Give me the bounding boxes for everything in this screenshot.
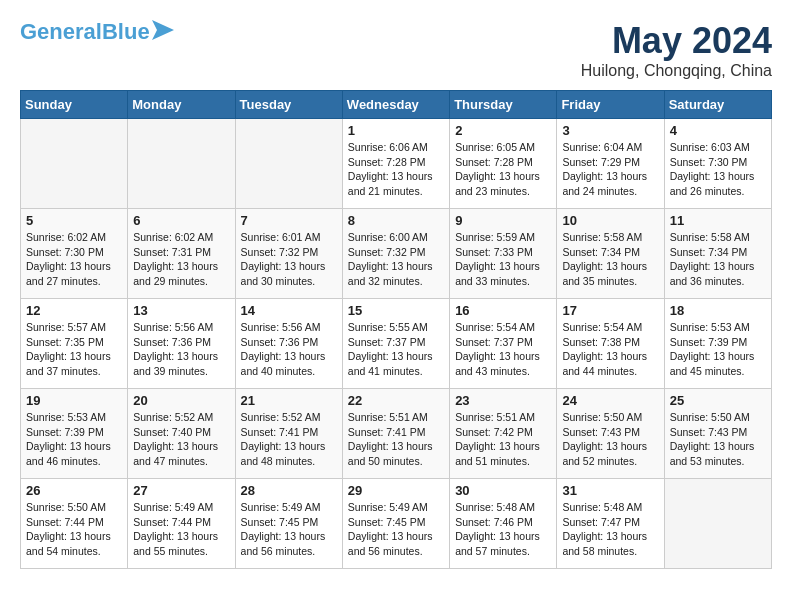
day-number: 22 <box>348 393 444 408</box>
calendar-body: 1Sunrise: 6:06 AM Sunset: 7:28 PM Daylig… <box>21 119 772 569</box>
day-info: Sunrise: 5:54 AM Sunset: 7:38 PM Dayligh… <box>562 320 658 379</box>
calendar-cell <box>664 479 771 569</box>
day-info: Sunrise: 5:58 AM Sunset: 7:34 PM Dayligh… <box>562 230 658 289</box>
calendar-cell: 27Sunrise: 5:49 AM Sunset: 7:44 PM Dayli… <box>128 479 235 569</box>
day-header-thursday: Thursday <box>450 91 557 119</box>
calendar-cell <box>21 119 128 209</box>
calendar-cell: 26Sunrise: 5:50 AM Sunset: 7:44 PM Dayli… <box>21 479 128 569</box>
day-number: 17 <box>562 303 658 318</box>
day-number: 12 <box>26 303 122 318</box>
calendar-cell: 21Sunrise: 5:52 AM Sunset: 7:41 PM Dayli… <box>235 389 342 479</box>
day-number: 26 <box>26 483 122 498</box>
day-number: 29 <box>348 483 444 498</box>
day-number: 25 <box>670 393 766 408</box>
calendar-cell: 17Sunrise: 5:54 AM Sunset: 7:38 PM Dayli… <box>557 299 664 389</box>
week-row-5: 26Sunrise: 5:50 AM Sunset: 7:44 PM Dayli… <box>21 479 772 569</box>
calendar-cell <box>235 119 342 209</box>
calendar-cell: 23Sunrise: 5:51 AM Sunset: 7:42 PM Dayli… <box>450 389 557 479</box>
calendar-cell: 8Sunrise: 6:00 AM Sunset: 7:32 PM Daylig… <box>342 209 449 299</box>
day-info: Sunrise: 5:52 AM Sunset: 7:41 PM Dayligh… <box>241 410 337 469</box>
day-info: Sunrise: 6:05 AM Sunset: 7:28 PM Dayligh… <box>455 140 551 199</box>
svg-marker-0 <box>152 20 174 40</box>
calendar-cell: 4Sunrise: 6:03 AM Sunset: 7:30 PM Daylig… <box>664 119 771 209</box>
day-info: Sunrise: 5:55 AM Sunset: 7:37 PM Dayligh… <box>348 320 444 379</box>
day-info: Sunrise: 6:00 AM Sunset: 7:32 PM Dayligh… <box>348 230 444 289</box>
calendar-cell: 30Sunrise: 5:48 AM Sunset: 7:46 PM Dayli… <box>450 479 557 569</box>
week-row-3: 12Sunrise: 5:57 AM Sunset: 7:35 PM Dayli… <box>21 299 772 389</box>
day-info: Sunrise: 6:04 AM Sunset: 7:29 PM Dayligh… <box>562 140 658 199</box>
day-info: Sunrise: 5:50 AM Sunset: 7:43 PM Dayligh… <box>562 410 658 469</box>
calendar-cell: 16Sunrise: 5:54 AM Sunset: 7:37 PM Dayli… <box>450 299 557 389</box>
day-info: Sunrise: 5:51 AM Sunset: 7:42 PM Dayligh… <box>455 410 551 469</box>
day-info: Sunrise: 5:57 AM Sunset: 7:35 PM Dayligh… <box>26 320 122 379</box>
day-info: Sunrise: 5:53 AM Sunset: 7:39 PM Dayligh… <box>26 410 122 469</box>
day-header-monday: Monday <box>128 91 235 119</box>
day-info: Sunrise: 5:58 AM Sunset: 7:34 PM Dayligh… <box>670 230 766 289</box>
week-row-1: 1Sunrise: 6:06 AM Sunset: 7:28 PM Daylig… <box>21 119 772 209</box>
calendar-cell: 11Sunrise: 5:58 AM Sunset: 7:34 PM Dayli… <box>664 209 771 299</box>
calendar-cell: 10Sunrise: 5:58 AM Sunset: 7:34 PM Dayli… <box>557 209 664 299</box>
logo-text: GeneralBlue <box>20 20 150 44</box>
day-info: Sunrise: 5:53 AM Sunset: 7:39 PM Dayligh… <box>670 320 766 379</box>
day-number: 27 <box>133 483 229 498</box>
day-number: 21 <box>241 393 337 408</box>
day-info: Sunrise: 5:49 AM Sunset: 7:45 PM Dayligh… <box>348 500 444 559</box>
calendar-cell: 28Sunrise: 5:49 AM Sunset: 7:45 PM Dayli… <box>235 479 342 569</box>
day-number: 11 <box>670 213 766 228</box>
calendar-cell: 24Sunrise: 5:50 AM Sunset: 7:43 PM Dayli… <box>557 389 664 479</box>
day-info: Sunrise: 5:49 AM Sunset: 7:45 PM Dayligh… <box>241 500 337 559</box>
week-row-4: 19Sunrise: 5:53 AM Sunset: 7:39 PM Dayli… <box>21 389 772 479</box>
day-info: Sunrise: 5:54 AM Sunset: 7:37 PM Dayligh… <box>455 320 551 379</box>
day-info: Sunrise: 5:56 AM Sunset: 7:36 PM Dayligh… <box>241 320 337 379</box>
day-number: 4 <box>670 123 766 138</box>
calendar-cell: 5Sunrise: 6:02 AM Sunset: 7:30 PM Daylig… <box>21 209 128 299</box>
calendar-cell: 12Sunrise: 5:57 AM Sunset: 7:35 PM Dayli… <box>21 299 128 389</box>
day-info: Sunrise: 5:59 AM Sunset: 7:33 PM Dayligh… <box>455 230 551 289</box>
calendar-header: SundayMondayTuesdayWednesdayThursdayFrid… <box>21 91 772 119</box>
day-info: Sunrise: 5:56 AM Sunset: 7:36 PM Dayligh… <box>133 320 229 379</box>
calendar-cell: 18Sunrise: 5:53 AM Sunset: 7:39 PM Dayli… <box>664 299 771 389</box>
day-number: 7 <box>241 213 337 228</box>
day-info: Sunrise: 6:02 AM Sunset: 7:30 PM Dayligh… <box>26 230 122 289</box>
day-number: 31 <box>562 483 658 498</box>
location: Huilong, Chongqing, China <box>581 62 772 80</box>
calendar-cell: 31Sunrise: 5:48 AM Sunset: 7:47 PM Dayli… <box>557 479 664 569</box>
day-header-wednesday: Wednesday <box>342 91 449 119</box>
day-number: 9 <box>455 213 551 228</box>
day-number: 24 <box>562 393 658 408</box>
page-header: GeneralBlue May 2024 Huilong, Chongqing,… <box>20 20 772 80</box>
day-number: 30 <box>455 483 551 498</box>
calendar-cell: 29Sunrise: 5:49 AM Sunset: 7:45 PM Dayli… <box>342 479 449 569</box>
calendar-cell: 15Sunrise: 5:55 AM Sunset: 7:37 PM Dayli… <box>342 299 449 389</box>
day-number: 3 <box>562 123 658 138</box>
calendar-cell: 22Sunrise: 5:51 AM Sunset: 7:41 PM Dayli… <box>342 389 449 479</box>
day-number: 10 <box>562 213 658 228</box>
calendar-cell: 13Sunrise: 5:56 AM Sunset: 7:36 PM Dayli… <box>128 299 235 389</box>
logo: GeneralBlue <box>20 20 174 44</box>
day-header-saturday: Saturday <box>664 91 771 119</box>
day-info: Sunrise: 6:06 AM Sunset: 7:28 PM Dayligh… <box>348 140 444 199</box>
day-info: Sunrise: 6:03 AM Sunset: 7:30 PM Dayligh… <box>670 140 766 199</box>
day-info: Sunrise: 5:50 AM Sunset: 7:44 PM Dayligh… <box>26 500 122 559</box>
day-info: Sunrise: 5:51 AM Sunset: 7:41 PM Dayligh… <box>348 410 444 469</box>
day-info: Sunrise: 5:48 AM Sunset: 7:46 PM Dayligh… <box>455 500 551 559</box>
day-number: 14 <box>241 303 337 318</box>
calendar-cell: 19Sunrise: 5:53 AM Sunset: 7:39 PM Dayli… <box>21 389 128 479</box>
calendar-cell <box>128 119 235 209</box>
calendar-table: SundayMondayTuesdayWednesdayThursdayFrid… <box>20 90 772 569</box>
day-info: Sunrise: 6:02 AM Sunset: 7:31 PM Dayligh… <box>133 230 229 289</box>
week-row-2: 5Sunrise: 6:02 AM Sunset: 7:30 PM Daylig… <box>21 209 772 299</box>
day-number: 13 <box>133 303 229 318</box>
day-number: 16 <box>455 303 551 318</box>
day-info: Sunrise: 5:52 AM Sunset: 7:40 PM Dayligh… <box>133 410 229 469</box>
day-number: 5 <box>26 213 122 228</box>
day-number: 6 <box>133 213 229 228</box>
calendar-cell: 7Sunrise: 6:01 AM Sunset: 7:32 PM Daylig… <box>235 209 342 299</box>
calendar-cell: 6Sunrise: 6:02 AM Sunset: 7:31 PM Daylig… <box>128 209 235 299</box>
calendar-cell: 25Sunrise: 5:50 AM Sunset: 7:43 PM Dayli… <box>664 389 771 479</box>
logo-icon <box>152 20 174 40</box>
calendar-cell: 1Sunrise: 6:06 AM Sunset: 7:28 PM Daylig… <box>342 119 449 209</box>
calendar-cell: 20Sunrise: 5:52 AM Sunset: 7:40 PM Dayli… <box>128 389 235 479</box>
day-number: 8 <box>348 213 444 228</box>
day-info: Sunrise: 5:48 AM Sunset: 7:47 PM Dayligh… <box>562 500 658 559</box>
